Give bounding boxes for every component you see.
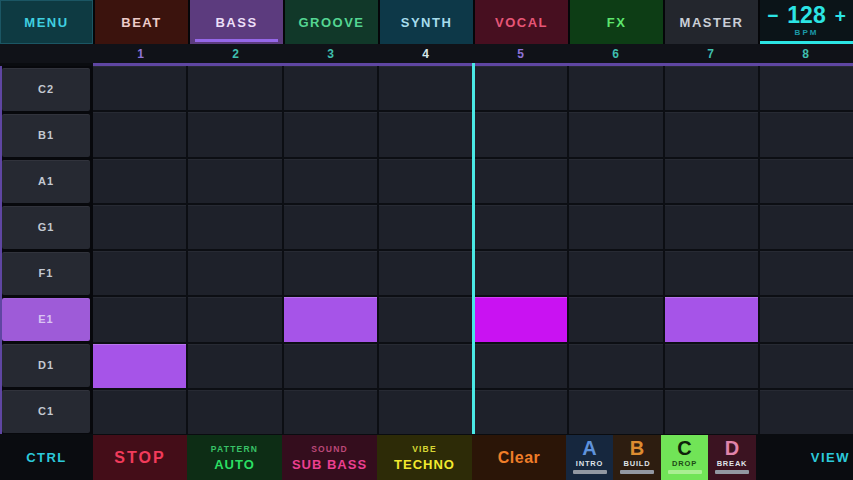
cell-E1-2[interactable] [188,297,281,341]
cell-F1-6[interactable] [569,251,662,295]
cell-G1-4[interactable] [379,205,472,249]
view-button[interactable]: VIEW [756,435,853,480]
tab-menu[interactable]: MENU [0,0,93,44]
cell-G1-5[interactable] [474,205,567,249]
cell-B1-4[interactable] [379,112,472,156]
cell-B1-5[interactable] [474,112,567,156]
sound-selector[interactable]: SOUND SUB BASS [282,435,377,480]
tab-master[interactable]: MASTER [665,0,758,44]
bpm-decrease-button[interactable]: − [767,6,778,25]
cell-B1-6[interactable] [569,112,662,156]
section-progress-bar [573,470,607,474]
cell-E1-5[interactable] [474,297,567,341]
stop-button[interactable]: STOP [93,435,187,480]
cell-C2-8[interactable] [760,66,853,110]
note-label-C1[interactable]: C1 [2,390,90,433]
tab-synth[interactable]: SYNTH [380,0,473,44]
cell-A1-7[interactable] [665,159,758,203]
cell-E1-1[interactable] [93,297,186,341]
clear-button[interactable]: Clear [472,435,566,480]
cell-D1-3[interactable] [284,344,377,388]
bpm-control[interactable]: − 128 + BPM [760,0,853,44]
cell-F1-7[interactable] [665,251,758,295]
note-label-E1[interactable]: E1 [2,298,90,341]
cell-B1-1[interactable] [93,112,186,156]
cell-F1-3[interactable] [284,251,377,295]
note-label-F1[interactable]: F1 [2,252,90,295]
section-letter: C [677,438,691,459]
note-label-G1[interactable]: G1 [2,206,90,249]
bpm-unit-label: BPM [795,28,819,37]
bpm-increase-button[interactable]: + [835,6,846,25]
cell-A1-5[interactable] [474,159,567,203]
cell-G1-7[interactable] [665,205,758,249]
cell-D1-2[interactable] [188,344,281,388]
cell-F1-1[interactable] [93,251,186,295]
tab-fx[interactable]: FX [570,0,663,44]
cell-C2-6[interactable] [569,66,662,110]
cell-D1-1[interactable] [93,344,186,388]
cell-A1-2[interactable] [188,159,281,203]
cell-G1-3[interactable] [284,205,377,249]
ctrl-button[interactable]: CTRL [0,435,93,480]
cell-G1-8[interactable] [760,205,853,249]
cell-C2-4[interactable] [379,66,472,110]
cell-C1-4[interactable] [379,390,472,434]
cell-A1-1[interactable] [93,159,186,203]
cell-D1-7[interactable] [665,344,758,388]
cell-F1-2[interactable] [188,251,281,295]
cell-B1-2[interactable] [188,112,281,156]
cell-E1-7[interactable] [665,297,758,341]
cell-C2-7[interactable] [665,66,758,110]
cell-B1-3[interactable] [284,112,377,156]
cell-A1-4[interactable] [379,159,472,203]
vibe-selector[interactable]: VIBE TECHNO [377,435,472,480]
cell-C2-3[interactable] [284,66,377,110]
tab-groove[interactable]: GROOVE [285,0,378,44]
section-progress-bar [715,470,749,474]
cell-E1-8[interactable] [760,297,853,341]
cell-F1-8[interactable] [760,251,853,295]
tab-bass[interactable]: BASS [190,0,283,44]
cell-C2-5[interactable] [474,66,567,110]
cell-D1-8[interactable] [760,344,853,388]
cell-D1-5[interactable] [474,344,567,388]
cell-E1-4[interactable] [379,297,472,341]
section-name: BUILD [624,459,651,468]
timeline-spacer [0,44,93,63]
cell-G1-6[interactable] [569,205,662,249]
section-intro-button[interactable]: AINTRO [566,435,613,480]
cell-G1-2[interactable] [188,205,281,249]
tab-beat[interactable]: BEAT [95,0,188,44]
tab-vocal[interactable]: VOCAL [475,0,568,44]
cell-A1-6[interactable] [569,159,662,203]
section-break-button[interactable]: DBREAK [708,435,756,480]
section-drop-button[interactable]: CDROP [661,435,708,480]
cell-C2-1[interactable] [93,66,186,110]
note-label-A1[interactable]: A1 [2,160,90,203]
cell-F1-4[interactable] [379,251,472,295]
section-build-button[interactable]: BBUILD [613,435,661,480]
note-label-C2[interactable]: C2 [2,68,90,111]
cell-C1-3[interactable] [284,390,377,434]
note-label-D1[interactable]: D1 [2,344,90,387]
cell-C1-8[interactable] [760,390,853,434]
cell-C1-1[interactable] [93,390,186,434]
cell-C1-5[interactable] [474,390,567,434]
cell-E1-3[interactable] [284,297,377,341]
cell-C2-2[interactable] [188,66,281,110]
cell-G1-1[interactable] [93,205,186,249]
cell-C1-2[interactable] [188,390,281,434]
cell-C1-7[interactable] [665,390,758,434]
cell-F1-5[interactable] [474,251,567,295]
cell-D1-6[interactable] [569,344,662,388]
cell-E1-6[interactable] [569,297,662,341]
cell-A1-8[interactable] [760,159,853,203]
pattern-selector[interactable]: PATTERN AUTO [187,435,282,480]
cell-B1-7[interactable] [665,112,758,156]
note-label-B1[interactable]: B1 [2,114,90,157]
cell-D1-4[interactable] [379,344,472,388]
cell-B1-8[interactable] [760,112,853,156]
cell-C1-6[interactable] [569,390,662,434]
cell-A1-3[interactable] [284,159,377,203]
